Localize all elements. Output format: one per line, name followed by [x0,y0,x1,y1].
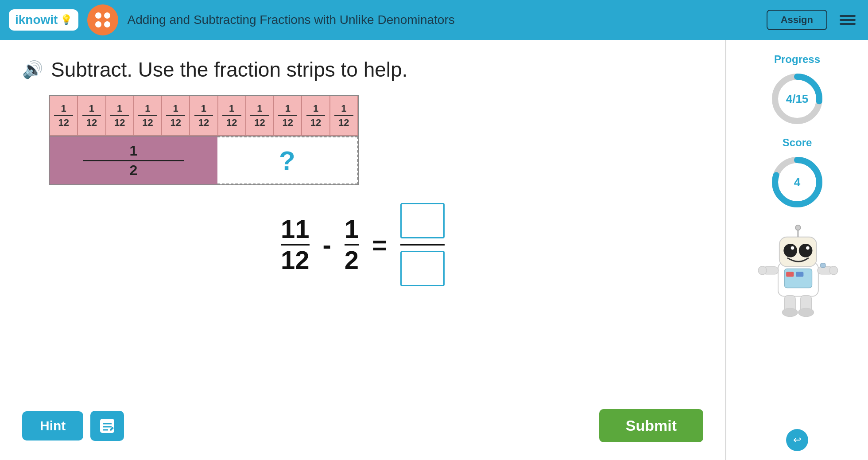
minuend-denominator: 12 [281,247,310,273]
svg-rect-11 [784,269,812,288]
question-text: Subtract. Use the fraction strips to hel… [51,58,407,82]
minus-operator: - [323,230,331,260]
twelfth-cell: 1 12 [330,96,358,136]
minuend-fraction: 11 12 [281,216,310,273]
svg-point-17 [791,246,794,250]
sidebar: Progress 4/15 Score 4 [726,40,868,460]
lesson-title: Adding and Subtracting Fractions with Un… [127,13,757,27]
progress-value: 4/15 [786,92,809,106]
question-cell: ? [217,136,358,184]
menu-button[interactable] [836,12,859,28]
hamburger-line [840,15,856,17]
svg-point-18 [806,246,810,250]
back-icon: ↩ [793,434,801,446]
hamburger-line [840,19,856,21]
svg-point-23 [758,266,767,275]
svg-rect-12 [786,272,794,277]
svg-point-24 [829,266,838,275]
score-section: Score 4 [768,136,826,211]
dice-dots [92,9,114,31]
fraction-strips: 1 12 1 12 1 12 1 12 [49,95,359,185]
twelfth-cell: 1 12 [50,96,78,136]
answer-boxes [400,203,445,286]
pencil-icon [98,417,116,435]
content-area: 🔊 Subtract. Use the fraction strips to h… [0,40,726,460]
minuend-numerator: 11 [281,216,310,242]
numerator-input[interactable] [400,203,445,238]
hamburger-line [840,23,856,25]
pencil-button[interactable] [90,411,124,441]
twelfth-cell: 1 12 [78,96,105,136]
assign-button[interactable]: Assign [767,10,827,30]
svg-rect-25 [821,263,825,268]
left-buttons: Hint [22,411,124,441]
logo: iknowit 💡 [9,9,78,31]
bottom-bar: Hint Submit [22,405,703,442]
svg-point-16 [799,244,813,257]
question-row: 🔊 Subtract. Use the fraction strips to h… [22,58,703,82]
subtrahend-numerator: 1 [345,216,359,242]
twelfth-cell: 1 12 [274,96,302,136]
progress-section: Progress 4/15 [768,53,826,128]
twelfth-cell: 1 12 [218,96,246,136]
robot-svg [753,224,841,322]
question-mark-symbol: ? [279,145,295,176]
top-strip: 1 12 1 12 1 12 1 12 [49,95,359,136]
svg-point-29 [798,308,814,316]
score-value: 4 [794,175,800,189]
progress-title: Progress [774,53,820,66]
back-button[interactable]: ↩ [786,429,808,451]
twelfth-cell: 1 12 [134,96,162,136]
answer-fraction-line [400,244,445,246]
submit-button[interactable]: Submit [599,409,703,442]
twelfth-cell: 1 12 [106,96,134,136]
dot [95,12,101,19]
score-title: Score [783,136,812,149]
dot [95,21,101,27]
dot [104,21,110,27]
main-container: 🔊 Subtract. Use the fraction strips to h… [0,40,868,460]
equals-sign: = [372,230,387,260]
logo-text: iknowit [15,13,58,27]
subtrahend-fraction: 1 2 [345,216,359,273]
app-header: iknowit 💡 Adding and Subtracting Fractio… [0,0,868,40]
robot-mascot [753,224,841,322]
bottom-strip: 1 2 ? [49,136,359,185]
svg-point-15 [783,244,797,257]
dot [104,12,110,19]
equation-area: 11 12 - 1 2 = [22,203,703,286]
svg-point-20 [795,225,800,230]
bulb-icon: 💡 [60,14,72,26]
twelfth-cell: 1 12 [162,96,190,136]
subtrahend-denominator: 2 [345,247,359,273]
speaker-icon[interactable]: 🔊 [22,60,43,79]
twelfth-cell: 1 12 [190,96,217,136]
denominator-input[interactable] [400,251,445,286]
svg-point-28 [783,308,798,316]
hint-button[interactable]: Hint [22,411,83,441]
score-donut: 4 [768,153,826,211]
twelfth-cell: 1 12 [302,96,329,136]
half-cell: 1 2 [50,136,217,184]
svg-rect-13 [796,272,803,277]
dice-icon [87,4,118,35]
twelfth-cell: 1 12 [246,96,274,136]
progress-donut: 4/15 [768,70,826,128]
